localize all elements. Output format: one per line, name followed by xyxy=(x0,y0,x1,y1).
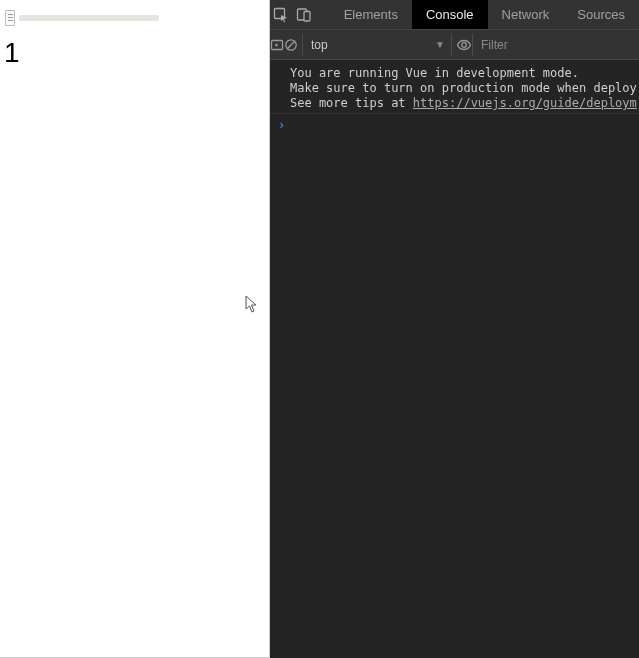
devtools-tab-bar: Elements Console Network Sources xyxy=(270,0,639,30)
counter-value: 1 xyxy=(0,31,269,69)
filter-input[interactable] xyxy=(472,34,639,56)
tab-console[interactable]: Console xyxy=(412,0,488,29)
device-toolbar-button[interactable] xyxy=(292,0,314,29)
console-toolbar: top ▼ xyxy=(270,30,639,60)
slider-control[interactable] xyxy=(0,0,269,31)
console-prompt[interactable]: › xyxy=(270,114,639,135)
context-label: top xyxy=(311,38,328,52)
inspect-element-button[interactable] xyxy=(270,0,292,29)
cursor-icon xyxy=(245,295,259,313)
log-line: You are running Vue in development mode.… xyxy=(270,64,639,114)
tab-elements[interactable]: Elements xyxy=(330,0,412,29)
toggle-sidebar-button[interactable] xyxy=(270,30,284,60)
svg-line-5 xyxy=(287,41,294,48)
clear-console-button[interactable] xyxy=(284,30,298,60)
live-expression-button[interactable] xyxy=(456,37,472,53)
console-output[interactable]: You are running Vue in development mode.… xyxy=(270,60,639,658)
prompt-chevron-icon: › xyxy=(278,118,285,132)
tab-sources[interactable]: Sources xyxy=(563,0,639,29)
console-input[interactable] xyxy=(291,118,591,132)
execution-context-select[interactable]: top ▼ xyxy=(302,34,452,56)
devtools-panel: Elements Console Network Sources top ▼ xyxy=(270,0,639,658)
tab-network[interactable]: Network xyxy=(488,0,564,29)
chevron-down-icon: ▼ xyxy=(435,39,445,50)
slider-track[interactable] xyxy=(19,15,159,21)
log-link[interactable]: https://vuejs.org/guide/deploym xyxy=(413,96,637,110)
svg-rect-2 xyxy=(304,11,310,21)
page-content: 1 xyxy=(0,0,270,658)
drag-handle-icon[interactable] xyxy=(5,10,15,26)
svg-point-6 xyxy=(462,42,467,47)
